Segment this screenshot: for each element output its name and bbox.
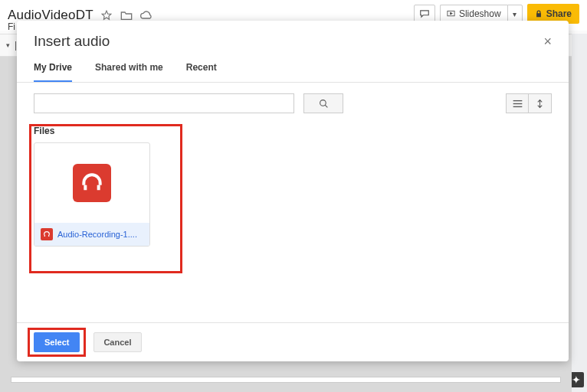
file-card[interactable]: Audio-Recording-1....	[34, 142, 150, 247]
tab-shared-with-me[interactable]: Shared with me	[95, 62, 163, 83]
headphones-icon	[41, 228, 53, 240]
file-name-label: Audio-Recording-1....	[57, 230, 137, 239]
file-thumbnail	[34, 143, 149, 223]
insert-audio-dialog: Insert audio × My Drive Shared with me R…	[17, 21, 569, 361]
svg-point-2	[320, 100, 326, 106]
headphones-icon	[73, 164, 111, 202]
close-icon[interactable]: ×	[543, 34, 552, 50]
cancel-button[interactable]: Cancel	[93, 332, 141, 352]
list-view-button[interactable]	[506, 93, 529, 113]
sort-view-button[interactable]	[529, 93, 552, 113]
list-icon	[513, 100, 523, 108]
side-panel-rail	[572, 34, 587, 392]
tab-my-drive[interactable]: My Drive	[34, 62, 72, 83]
tab-recent[interactable]: Recent	[186, 62, 217, 83]
search-input[interactable]	[34, 93, 294, 113]
speaker-notes-bar[interactable]	[11, 377, 561, 383]
sort-icon	[535, 99, 545, 109]
svg-line-3	[325, 105, 327, 107]
files-section-label: Files	[17, 124, 569, 142]
svg-marker-0	[102, 11, 111, 19]
lock-icon	[535, 10, 543, 18]
play-outline-icon	[447, 10, 455, 18]
share-label: Share	[546, 8, 572, 19]
menubar-file[interactable]: Fi	[8, 21, 15, 32]
search-button[interactable]	[303, 93, 343, 113]
dialog-title: Insert audio	[34, 33, 110, 50]
select-button[interactable]: Select	[34, 332, 80, 352]
search-icon	[319, 99, 329, 109]
dialog-tabs: My Drive Shared with me Recent	[17, 50, 569, 83]
slideshow-label: Slideshow	[459, 8, 501, 19]
toolbar-dropdown-1[interactable]: ▾	[6, 41, 10, 49]
